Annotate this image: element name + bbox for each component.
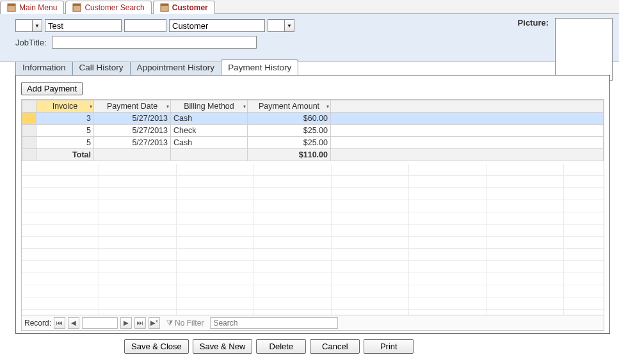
header-row: Invoice▾ Payment Date▾ Billing Method▾ P… [22, 100, 604, 113]
table-row[interactable]: 5 5/27/2013 Cash $25.00 [22, 137, 604, 149]
no-filter-indicator[interactable]: ⧩ No Filter [166, 319, 204, 328]
svg-rect-5 [161, 4, 168, 6]
save-close-button[interactable]: Save & Close [124, 339, 189, 354]
save-new-button[interactable]: Save & New [193, 339, 253, 354]
nav-first-button[interactable]: ⏮ [54, 317, 65, 329]
total-row: Total $110.00 [22, 149, 604, 161]
cell-payment-amount[interactable]: $25.00 [248, 137, 331, 149]
tab-label: Information [22, 63, 66, 72]
button-label: Cancel [322, 342, 348, 351]
tab-label: Call History [79, 63, 124, 72]
col-header-billing-method[interactable]: Billing Method▾ [171, 100, 248, 113]
cell-payment-date[interactable]: 5/27/2013 [94, 137, 171, 149]
col-label: Payment Date [107, 102, 157, 111]
object-tabs: Main Menu Customer Search Customer [0, 0, 619, 14]
grid-background [22, 164, 604, 315]
row-selector[interactable] [22, 113, 36, 125]
col-label: Invoice [52, 102, 78, 111]
col-header-payment-date[interactable]: Payment Date▾ [94, 100, 171, 113]
delete-button[interactable]: Delete [256, 339, 306, 354]
picture-label: Picture: [518, 18, 549, 28]
col-header-blank [331, 100, 604, 113]
object-tab-customer-search[interactable]: Customer Search [65, 1, 151, 14]
svg-rect-1 [8, 4, 15, 6]
cell-invoice[interactable]: 5 [36, 137, 94, 149]
title-suffix-combo[interactable]: ▼ [268, 19, 294, 32]
object-tab-customer[interactable]: Customer [153, 1, 215, 14]
cancel-button[interactable]: Cancel [310, 339, 360, 354]
customer-header: ▼ ▼ JobTitle: Picture: [0, 14, 619, 62]
print-button[interactable]: Print [364, 339, 414, 354]
form-icon [160, 3, 169, 12]
button-label: Add Payment [27, 84, 77, 93]
button-label: Print [380, 342, 398, 351]
form-action-buttons: Save & Close Save & New Delete Cancel Pr… [15, 334, 610, 354]
row-selector[interactable] [22, 137, 36, 149]
table-row[interactable]: 3 5/27/2013 Cash $60.00 [22, 113, 604, 125]
picture-box[interactable] [555, 18, 613, 81]
payment-datasheet: Invoice▾ Payment Date▾ Billing Method▾ P… [21, 99, 604, 315]
record-label: Record: [24, 319, 51, 328]
chevron-down-icon[interactable]: ▾ [90, 104, 92, 109]
search-input[interactable] [210, 317, 338, 329]
cell-payment-date[interactable]: 5/27/2013 [94, 113, 171, 125]
chevron-down-icon[interactable]: ▼ [284, 19, 294, 32]
col-label: Billing Method [184, 102, 234, 111]
object-tab-label: Main Menu [19, 3, 57, 12]
title-suffix-input[interactable] [268, 19, 284, 32]
chevron-down-icon[interactable]: ▼ [32, 19, 42, 32]
object-tab-label: Customer Search [84, 3, 144, 12]
cell-invoice[interactable]: 5 [36, 125, 94, 137]
cell-billing-method[interactable]: Cash [171, 113, 248, 125]
record-navigator: Record: ⏮ ◀ ▶ ⏭ ▶* ⧩ No Filter [21, 315, 604, 331]
object-tab-label: Customer [172, 3, 208, 12]
nav-new-button[interactable]: ▶* [149, 317, 160, 329]
col-label: Payment Amount [259, 102, 319, 111]
table-row[interactable]: 5 5/27/2013 Check $25.00 [22, 125, 604, 137]
cell-blank [331, 149, 604, 161]
cell-blank [94, 149, 171, 161]
form-icon [7, 3, 16, 12]
form-icon [72, 3, 81, 12]
last-name-input[interactable] [169, 19, 265, 32]
row-selector-header[interactable] [22, 100, 36, 113]
funnel-icon: ⧩ [166, 319, 173, 328]
no-filter-label: No Filter [175, 319, 204, 328]
tab-payment-history[interactable]: Payment History [221, 59, 298, 75]
cell-payment-amount[interactable]: $60.00 [248, 113, 331, 125]
cell-billing-method[interactable]: Check [171, 125, 248, 137]
jobtitle-input[interactable] [52, 36, 257, 49]
cell-payment-amount[interactable]: $25.00 [248, 125, 331, 137]
nav-last-button[interactable]: ⏭ [134, 317, 146, 329]
cell-invoice[interactable]: 3 [36, 113, 94, 125]
cell-blank [331, 113, 604, 125]
button-label: Save & New [200, 342, 246, 351]
nav-next-button[interactable]: ▶ [120, 317, 132, 329]
chevron-down-icon[interactable]: ▾ [166, 104, 169, 109]
cell-payment-date[interactable]: 5/27/2013 [94, 125, 171, 137]
object-tab-main-menu[interactable]: Main Menu [0, 1, 64, 14]
record-number-input[interactable] [82, 317, 118, 329]
cell-blank [331, 125, 604, 137]
total-label-cell: Total [36, 149, 94, 161]
row-selector[interactable] [22, 125, 36, 137]
middle-name-input[interactable] [124, 19, 166, 32]
add-payment-button[interactable]: Add Payment [21, 82, 83, 95]
tab-body-payment-history: Add Payment Invoice▾ Payment Date▾ Billi… [15, 75, 610, 334]
cell-billing-method[interactable]: Cash [171, 137, 248, 149]
tab-label: Appointment History [137, 63, 215, 72]
nav-prev-button[interactable]: ◀ [68, 317, 79, 329]
chevron-down-icon[interactable]: ▾ [326, 104, 329, 109]
total-amount-cell: $110.00 [248, 149, 331, 161]
first-name-input[interactable] [45, 19, 122, 32]
button-label: Delete [269, 342, 294, 351]
col-header-payment-amount[interactable]: Payment Amount▾ [248, 100, 331, 113]
chevron-down-icon[interactable]: ▾ [243, 104, 246, 109]
cell-blank [171, 149, 248, 161]
tab-label: Payment History [228, 63, 291, 72]
title-prefix-combo[interactable]: ▼ [15, 19, 42, 32]
jobtitle-label: JobTitle: [15, 38, 47, 47]
row-selector [22, 149, 36, 161]
col-header-invoice[interactable]: Invoice▾ [36, 100, 94, 113]
title-prefix-input[interactable] [15, 19, 32, 32]
